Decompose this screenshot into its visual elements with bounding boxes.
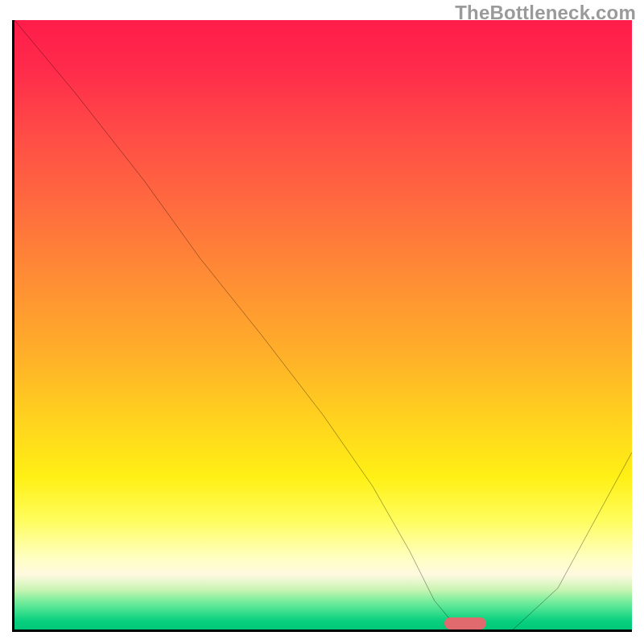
plot-area	[12, 20, 632, 632]
background-gradient	[14, 20, 632, 630]
chart-canvas: TheBottleneck.com	[0, 0, 644, 644]
